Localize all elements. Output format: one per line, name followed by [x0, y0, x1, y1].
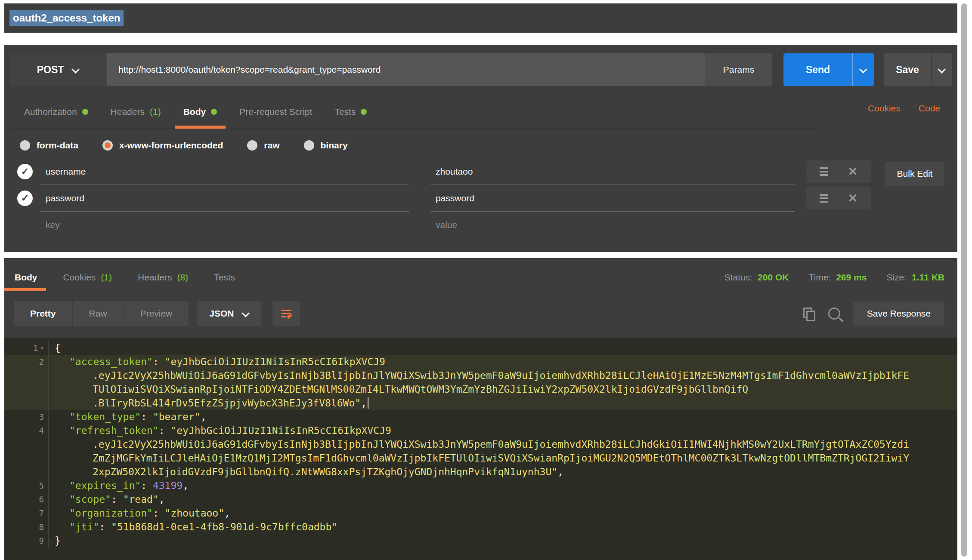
- tab-headers[interactable]: Headers(8): [125, 264, 201, 291]
- bulk-edit-button[interactable]: Bulk Edit: [885, 162, 944, 186]
- token: "read": [123, 494, 159, 505]
- radio-icon[interactable]: [102, 140, 113, 151]
- code-text: 2xpZW50X2lkIjoidGVzdF9jbGllbnQifQ.zNtWWG…: [49, 465, 563, 479]
- status-dot-icon: [82, 109, 88, 115]
- vertical-scrollbar[interactable]: [961, 3, 967, 557]
- meta-label: Status:: [724, 272, 752, 283]
- body-mode-raw[interactable]: raw: [247, 140, 279, 151]
- meta-value: 1.11 KB: [912, 272, 944, 283]
- code-line: .BlIryRbSL414rDv5EfzZSjpjvWybcX3hEJy3fV8…: [4, 396, 957, 410]
- remove-row-icon[interactable]: ✕: [848, 193, 858, 204]
- body-mode-x-www-form-urlencoded[interactable]: x-www-form-urlencoded: [102, 140, 223, 151]
- tab-headers[interactable]: Headers(1): [99, 95, 172, 128]
- code-text: .eyJ1c2VyX25hbWUiOiJ6aG91dGFvbyIsInNjb3B…: [49, 369, 909, 382]
- line-number-gutter: [4, 369, 49, 382]
- url-input[interactable]: http://host1:8000/oauth/token?scope=read…: [107, 53, 705, 86]
- tab-tests[interactable]: Tests: [201, 264, 248, 291]
- tab-authorization[interactable]: Authorization: [13, 95, 99, 128]
- token: "bearer": [153, 411, 201, 422]
- code-line: 5"expires_in": 43199,: [4, 479, 957, 492]
- body-mode-binary[interactable]: binary: [304, 140, 348, 151]
- tab-body[interactable]: Body: [172, 95, 229, 128]
- value-field[interactable]: zhoutaoo: [430, 158, 795, 185]
- drag-handle-icon[interactable]: [820, 197, 828, 199]
- response-body-editor[interactable]: 1▾{2"access_token": "eyJhbGciOiJIUzI1NiI…: [4, 338, 957, 560]
- tab-label: Authorization: [24, 107, 77, 117]
- line-number: 5: [39, 479, 44, 492]
- key-field[interactable]: username: [40, 158, 409, 185]
- tab-pre-request-script[interactable]: Pre-request Script: [228, 95, 323, 128]
- send-button[interactable]: Send: [783, 53, 852, 86]
- copy-icon[interactable]: [803, 308, 814, 320]
- view-mode-raw[interactable]: Raw: [73, 301, 124, 326]
- line-number-gutter: [4, 451, 49, 465]
- view-mode-preview[interactable]: Preview: [124, 301, 189, 326]
- token: "token_type": [69, 411, 141, 422]
- token: ,: [201, 411, 207, 422]
- method-label: POST: [37, 64, 64, 76]
- line-number: 3: [39, 410, 44, 424]
- code-text: "scope": "read",: [49, 492, 165, 506]
- response-toolbar: PrettyRawPreview JSON Save Response: [14, 301, 944, 326]
- tab-label: Body: [183, 107, 206, 117]
- line-number-gutter: 4: [4, 424, 49, 437]
- code-line: 3"token_type": "bearer",: [4, 410, 957, 424]
- request-links: Cookies Code: [868, 103, 940, 114]
- view-mode-pretty[interactable]: Pretty: [14, 301, 73, 326]
- key-field[interactable]: key: [40, 212, 409, 238]
- code-line: 2"access_token": "eyJhbGciOiJIUzI1NiIsIn…: [4, 355, 957, 369]
- line-number-gutter: 6: [4, 492, 49, 506]
- radio-icon[interactable]: [247, 140, 257, 151]
- save-button-group: Save: [884, 53, 952, 86]
- response-meta: Status:200 OKTime:269 msSize:1.11 KB: [724, 272, 944, 283]
- method-select[interactable]: POST: [9, 53, 107, 86]
- tab-body[interactable]: Body: [4, 264, 50, 291]
- form-row: keyvalue: [9, 212, 952, 238]
- body-mode-form-data[interactable]: form-data: [20, 140, 78, 151]
- wrap-text-button[interactable]: [272, 301, 300, 326]
- value-field[interactable]: value: [430, 212, 795, 238]
- token: "expires_in": [69, 480, 141, 491]
- key-field[interactable]: password: [40, 185, 409, 212]
- checkbox-checked-icon[interactable]: ✓: [17, 191, 33, 206]
- token: 43199: [153, 480, 183, 491]
- chevron-down-icon: [938, 67, 945, 73]
- send-options-button[interactable]: [852, 53, 874, 86]
- radio-icon[interactable]: [304, 140, 314, 151]
- save-response-button[interactable]: Save Response: [853, 302, 944, 326]
- format-select[interactable]: JSON: [197, 301, 261, 326]
- token: 2xpZW50X2lkIjoidGVzdF9jbGllbnQifQ.zNtWWG…: [93, 466, 557, 477]
- token: "eyJhbGciOiJIUzI1NiIsInR5cCI6IkpXVCJ9: [165, 356, 385, 367]
- value-field[interactable]: password: [430, 185, 795, 212]
- code-link[interactable]: Code: [919, 103, 940, 114]
- search-icon[interactable]: [828, 308, 840, 320]
- body-mode-label: x-www-form-urlencoded: [119, 140, 223, 151]
- checkbox-checked-icon[interactable]: ✓: [17, 164, 33, 179]
- token: ,: [159, 494, 165, 505]
- remove-row-icon[interactable]: ✕: [848, 166, 858, 178]
- radio-icon[interactable]: [20, 140, 30, 151]
- token: "access_token": [69, 356, 153, 367]
- wrap-text-icon: [280, 307, 293, 320]
- tab-label: Tests: [334, 107, 356, 117]
- params-button[interactable]: Params: [705, 53, 772, 86]
- save-button[interactable]: Save: [884, 53, 931, 86]
- fold-caret-icon[interactable]: ▾: [40, 341, 44, 355]
- cookies-link[interactable]: Cookies: [868, 103, 901, 114]
- token: TUlOIiwiSVQiXSwianRpIjoiNTFiODY4ZDEtMGNl…: [93, 384, 748, 395]
- meta-label: Time:: [808, 272, 831, 283]
- send-button-group: Send: [783, 53, 874, 86]
- tab-cookies[interactable]: Cookies(1): [50, 264, 125, 291]
- line-number-gutter: [4, 437, 49, 451]
- tab-tests[interactable]: Tests: [323, 95, 378, 128]
- request-name-field[interactable]: oauth2_access_token: [9, 10, 124, 26]
- save-options-button[interactable]: [931, 53, 952, 86]
- body-mode-label: raw: [264, 140, 279, 151]
- line-number: 9: [39, 534, 44, 548]
- form-data-editor: ✓usernamezhoutaoo✕✓passwordpassword✕keyv…: [9, 158, 952, 238]
- chevron-down-icon: [72, 67, 79, 73]
- body-mode-label: binary: [321, 140, 348, 151]
- token: ,: [183, 480, 189, 491]
- response-panel: BodyCookies(1)Headers(8)TestsStatus:200 …: [4, 258, 957, 560]
- drag-handle-icon[interactable]: [820, 171, 828, 172]
